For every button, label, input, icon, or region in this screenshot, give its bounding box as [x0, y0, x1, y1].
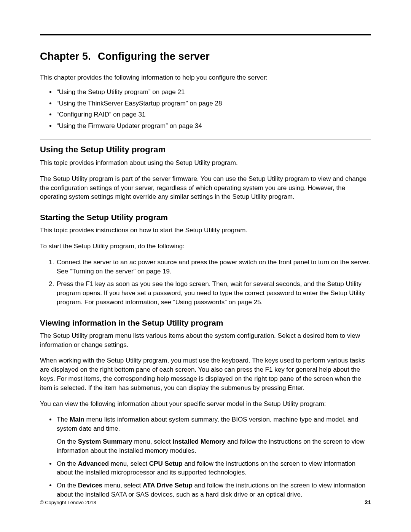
- text: menu, select: [109, 460, 149, 467]
- bold-text: CPU Setup: [149, 460, 183, 467]
- text: On the: [57, 482, 78, 489]
- text: menu lists information about system summ…: [57, 416, 358, 432]
- chapter-title: Configuring the server: [98, 51, 210, 62]
- text: On the: [57, 460, 78, 467]
- info-subtext: On the System Summary menu, select Insta…: [57, 437, 371, 455]
- text: menu, select: [132, 438, 172, 445]
- info-item: On the Devices menu, select ATA Drive Se…: [56, 481, 371, 499]
- text: menu, select: [102, 482, 143, 489]
- section-rule: [40, 139, 371, 139]
- body-paragraph: This topic provides instructions on how …: [40, 226, 371, 235]
- body-paragraph: When working with the Setup Utility prog…: [40, 356, 371, 392]
- info-item: On the Advanced menu, select CPU Setup a…: [56, 459, 371, 478]
- reference-item: “Using the Setup Utility program” on pag…: [56, 88, 371, 97]
- steps-list: Connect the server to an ac power source…: [40, 258, 371, 307]
- body-paragraph: This topic provides information about us…: [40, 158, 371, 168]
- bold-text: Installed Memory: [172, 438, 225, 445]
- section-heading-using-setup: Using the Setup Utility program: [40, 145, 371, 155]
- intro-paragraph: This chapter provides the following info…: [40, 73, 371, 82]
- chapter-label: Chapter 5.: [40, 51, 91, 62]
- step-item: Press the F1 key as soon as you see the …: [56, 280, 371, 307]
- text: On the: [57, 438, 78, 445]
- bold-text: Main: [70, 416, 84, 423]
- page-footer: © Copyright Lenovo 2013 21: [40, 499, 371, 505]
- top-rule: [40, 34, 371, 35]
- subsection-heading-starting: Starting the Setup Utility program: [40, 213, 371, 222]
- body-paragraph: To start the Setup Utility program, do t…: [40, 242, 371, 251]
- text: The: [57, 416, 70, 423]
- reference-item: “Using the ThinkServer EasyStartup progr…: [56, 99, 371, 108]
- bold-text: Advanced: [78, 460, 109, 467]
- reference-list: “Using the Setup Utility program” on pag…: [40, 88, 371, 131]
- info-item: The Main menu lists information about sy…: [56, 415, 371, 455]
- chapter-heading: Chapter 5.Configuring the server: [40, 51, 371, 62]
- page-number: 21: [365, 499, 371, 505]
- info-list: The Main menu lists information about sy…: [40, 415, 371, 499]
- copyright-text: © Copyright Lenovo 2013: [40, 500, 96, 505]
- step-item: Connect the server to an ac power source…: [56, 258, 371, 276]
- reference-item: “Configuring RAID” on page 31: [56, 110, 371, 119]
- body-paragraph: The Setup Utility program is part of the…: [40, 174, 371, 201]
- reference-item: “Using the Firmware Updater program” on …: [56, 121, 371, 131]
- bold-text: System Summary: [78, 438, 132, 445]
- subsection-heading-viewing: Viewing information in the Setup Utility…: [40, 318, 371, 328]
- bold-text: ATA Drive Setup: [143, 482, 193, 489]
- body-paragraph: The Setup Utility program menu lists var…: [40, 331, 371, 350]
- bold-text: Devices: [78, 482, 102, 489]
- body-paragraph: You can view the following information a…: [40, 399, 371, 409]
